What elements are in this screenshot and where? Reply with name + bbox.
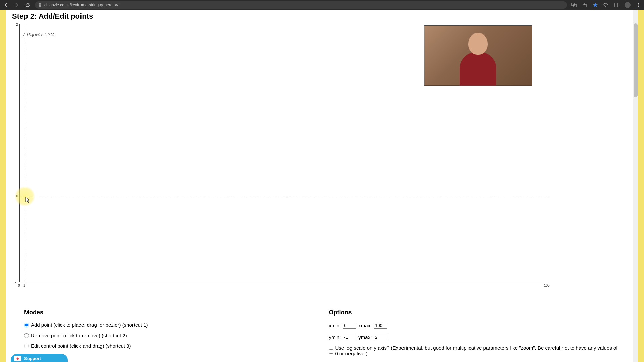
page-scrollbar[interactable]: [633, 10, 638, 362]
profile-avatar[interactable]: [625, 2, 631, 8]
x-tick-100: 100: [544, 284, 550, 287]
mode-remove-label: Remove point (click to remove) (shortcut…: [31, 333, 127, 338]
extensions-icon[interactable]: [603, 2, 609, 8]
support-button[interactable]: ◆ Support: [11, 354, 68, 362]
y-tick-mid: 0: [7, 194, 18, 198]
reload-button[interactable]: [24, 2, 31, 8]
logscale-checkbox[interactable]: [329, 349, 333, 354]
step-heading: Step 2: Add/Edit points: [12, 12, 632, 21]
svg-rect-4: [615, 3, 619, 7]
options-section: Options xmin: xmax: ymin: ymax: Use log …: [329, 309, 621, 361]
mode-remove-radio[interactable]: [24, 333, 29, 338]
forward-button[interactable]: [13, 2, 20, 8]
x-tick-1: 1: [23, 284, 25, 287]
modes-heading: Modes: [24, 309, 148, 316]
xmin-label: xmin:: [329, 323, 341, 328]
svg-point-7: [638, 5, 639, 6]
mode-add-radio[interactable]: [24, 323, 29, 327]
ymin-input[interactable]: [343, 334, 356, 340]
mode-add-point[interactable]: Add point (click to place, drag for bezi…: [24, 322, 148, 328]
svg-rect-0: [39, 5, 41, 7]
x-tick-0: 0: [18, 284, 20, 287]
translate-icon[interactable]: [571, 2, 577, 8]
share-icon[interactable]: [582, 2, 588, 8]
url-text: chigozie.co.uk/keyframe-string-generator…: [44, 3, 118, 7]
options-heading: Options: [329, 309, 621, 316]
crosshair-vertical: [25, 24, 25, 282]
svg-point-8: [638, 6, 639, 7]
mode-remove-point[interactable]: Remove point (click to remove) (shortcut…: [24, 333, 148, 338]
browser-chrome: chigozie.co.uk/keyframe-string-generator…: [0, 0, 644, 10]
webcam-overlay: [424, 25, 532, 86]
support-label: Support: [24, 356, 41, 361]
mode-edit-radio[interactable]: [24, 344, 29, 348]
xmax-input[interactable]: [374, 322, 387, 329]
mode-edit-label: Edit control point (click and drag) (sho…: [31, 343, 131, 349]
sidepanel-icon[interactable]: [614, 2, 620, 8]
ymax-label: ymax:: [358, 334, 372, 340]
ymax-input[interactable]: [374, 334, 387, 340]
svg-point-6: [638, 3, 639, 4]
bookmark-star-icon[interactable]: [592, 2, 598, 8]
y-tick-top: 2: [7, 23, 18, 26]
keyframe-chart[interactable]: 2 0 -1 0 1 100 Adding point: 1, 0.00: [19, 24, 569, 289]
ymin-label: ymin:: [329, 334, 341, 340]
y-tick-bottom: -1: [7, 280, 18, 284]
menu-icon[interactable]: [635, 2, 641, 8]
chart-tooltip: Adding point: 1, 0.00: [23, 33, 54, 37]
back-button[interactable]: [3, 2, 9, 8]
crosshair-horizontal: [19, 196, 548, 196]
scrollbar-thumb[interactable]: [634, 23, 638, 97]
browser-right-icons: [571, 2, 641, 8]
url-bar[interactable]: chigozie.co.uk/keyframe-string-generator…: [35, 1, 567, 9]
xmin-input[interactable]: [343, 322, 356, 329]
support-badge-icon: ◆: [14, 356, 21, 361]
lock-icon: [38, 3, 42, 7]
mode-edit-control[interactable]: Edit control point (click and drag) (sho…: [24, 343, 148, 349]
logscale-label: Use log scale on y axis? (Experimental, …: [335, 345, 621, 356]
modes-section: Modes Add point (click to place, drag fo…: [24, 309, 148, 361]
xmax-label: xmax:: [358, 323, 372, 328]
mode-add-label: Add point (click to place, drag for bezi…: [31, 322, 148, 328]
